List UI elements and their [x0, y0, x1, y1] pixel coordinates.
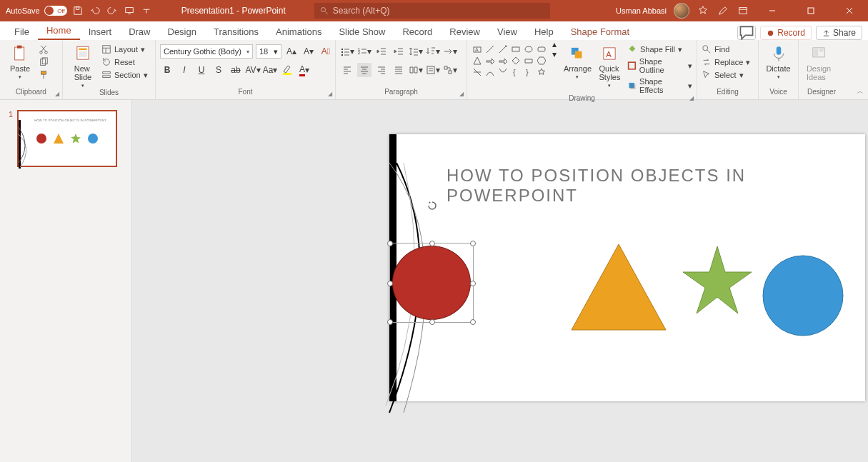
svg-rect-12: [41, 71, 46, 74]
new-slide-button[interactable]: New Slide▾: [67, 41, 99, 89]
tab-animations[interactable]: Animations: [267, 24, 330, 40]
italic-button[interactable]: I: [177, 63, 191, 77]
resize-handle-e[interactable]: [470, 281, 476, 286]
columns-button[interactable]: ▾: [409, 63, 423, 77]
paragraph-launcher-icon[interactable]: ◢: [458, 91, 465, 98]
share-button[interactable]: Share: [816, 26, 862, 40]
pen-mode-icon[interactable]: [717, 6, 729, 16]
green-star-shape[interactable]: [682, 245, 753, 316]
font-color-button[interactable]: A▾: [297, 63, 311, 77]
bold-button[interactable]: B: [160, 63, 174, 77]
coming-soon-icon[interactable]: [697, 6, 709, 16]
increase-indent-button[interactable]: [391, 44, 406, 59]
design-ideas-button[interactable]: Design Ideas: [803, 41, 834, 81]
resize-handle-se[interactable]: [470, 319, 476, 325]
tab-draw[interactable]: Draw: [120, 24, 159, 40]
comments-button[interactable]: [737, 26, 756, 40]
tab-view[interactable]: View: [489, 24, 526, 40]
quick-styles-button[interactable]: A Quick Styles▾: [595, 41, 624, 89]
tab-file[interactable]: File: [6, 24, 38, 40]
cut-button[interactable]: [39, 44, 49, 54]
tab-insert[interactable]: Insert: [80, 24, 121, 40]
decrease-indent-button[interactable]: [374, 44, 389, 59]
search-box[interactable]: Search (Alt+Q): [314, 3, 550, 19]
font-launcher-icon[interactable]: ◢: [326, 91, 334, 98]
shape-fill-button[interactable]: Shape Fill ▾: [627, 44, 692, 54]
reset-button[interactable]: Reset: [101, 57, 148, 67]
save-icon[interactable]: [71, 4, 84, 17]
maximize-button[interactable]: [795, 0, 827, 21]
align-right-button[interactable]: [374, 63, 389, 77]
rotate-handle-icon[interactable]: [426, 200, 438, 214]
collapse-ribbon-icon[interactable]: ︿: [857, 86, 864, 96]
sort-button[interactable]: ▾: [426, 44, 440, 59]
select-button[interactable]: Select ▾: [702, 70, 750, 80]
copy-button[interactable]: [39, 57, 49, 67]
justify-button[interactable]: [391, 63, 406, 77]
format-painter-button[interactable]: [39, 70, 49, 80]
orange-triangle-shape[interactable]: [570, 243, 667, 331]
bullets-button[interactable]: ▾: [340, 44, 354, 59]
resize-handle-w[interactable]: [387, 281, 393, 286]
tab-help[interactable]: Help: [526, 24, 562, 40]
slide-thumbnail-1[interactable]: HOW TO POSITION OBJECTS IN POWERPOINT: [17, 110, 117, 167]
dictate-button[interactable]: Dictate▾: [763, 41, 794, 80]
decrease-font-icon[interactable]: A▾: [301, 44, 316, 59]
tab-review[interactable]: Review: [441, 24, 489, 40]
font-name-combo[interactable]: Century Gothic (Body)▾: [160, 44, 253, 59]
resize-handle-n[interactable]: [429, 241, 435, 246]
increase-font-icon[interactable]: A▴: [284, 44, 299, 59]
record-button[interactable]: Record: [760, 26, 812, 40]
underline-button[interactable]: U: [194, 63, 209, 77]
slide-title-text[interactable]: HOW TO POSITION OBJECTS IN POWERPOINT: [447, 166, 865, 206]
clipboard-launcher-icon[interactable]: ◢: [54, 91, 61, 98]
highlight-color-button[interactable]: [280, 63, 294, 77]
strike-button[interactable]: ab: [229, 63, 243, 77]
clear-format-icon[interactable]: A⃠: [319, 44, 333, 59]
arrange-button[interactable]: Arrange▾: [563, 41, 592, 80]
resize-handle-sw[interactable]: [387, 319, 393, 325]
present-from-start-icon[interactable]: [123, 4, 136, 17]
svg-rect-43: [776, 46, 781, 54]
shadow-button[interactable]: S: [211, 63, 226, 77]
section-button[interactable]: Section ▾: [101, 70, 148, 80]
smartart-button[interactable]: ▾: [443, 63, 457, 77]
line-spacing-button[interactable]: ▾: [409, 44, 423, 59]
user-avatar[interactable]: [674, 3, 689, 19]
redo-icon[interactable]: [106, 4, 119, 17]
svg-rect-0: [76, 7, 79, 10]
resize-handle-s[interactable]: [429, 319, 435, 325]
undo-icon[interactable]: [89, 4, 101, 17]
tab-design[interactable]: Design: [159, 24, 205, 40]
slide-canvas[interactable]: HOW TO POSITION OBJECTS IN POWERPOINT: [132, 100, 868, 462]
paste-button[interactable]: Paste▾: [4, 41, 36, 80]
qat-customize-icon[interactable]: [140, 4, 153, 17]
resize-handle-nw[interactable]: [387, 241, 393, 246]
layout-button[interactable]: Layout ▾: [101, 44, 148, 54]
ribbon-display-icon[interactable]: [737, 6, 749, 16]
tab-home[interactable]: Home: [38, 22, 80, 40]
minimize-button[interactable]: [757, 0, 788, 21]
shape-outline-button[interactable]: Shape Outline ▾: [627, 57, 692, 74]
find-button[interactable]: Find: [702, 44, 750, 54]
replace-button[interactable]: Replace ▾: [702, 57, 750, 67]
tab-transitions[interactable]: Transitions: [205, 24, 267, 40]
align-text-button[interactable]: ▾: [426, 63, 440, 77]
align-left-button[interactable]: [340, 63, 354, 77]
autosave-toggle[interactable]: Off: [44, 6, 67, 16]
change-case-button[interactable]: Aa▾: [263, 63, 277, 77]
tab-slide-show[interactable]: Slide Show: [330, 24, 394, 40]
font-size-combo[interactable]: 18▾: [256, 44, 281, 59]
red-circle-selection[interactable]: [389, 220, 475, 300]
text-direction-button[interactable]: ▾: [443, 44, 457, 59]
shape-effects-button[interactable]: Shape Effects ▾: [627, 77, 692, 94]
blue-circle-shape[interactable]: [762, 254, 844, 337]
close-button[interactable]: [834, 0, 865, 21]
shape-gallery[interactable]: A ▴▾ { }: [472, 41, 560, 77]
resize-handle-ne[interactable]: [470, 241, 476, 246]
tab-shape-format[interactable]: Shape Format: [562, 24, 638, 40]
tab-record[interactable]: Record: [394, 24, 441, 40]
numbering-button[interactable]: 12▾: [357, 44, 371, 59]
align-center-button[interactable]: [357, 63, 371, 77]
char-spacing-button[interactable]: AV▾: [246, 63, 260, 77]
